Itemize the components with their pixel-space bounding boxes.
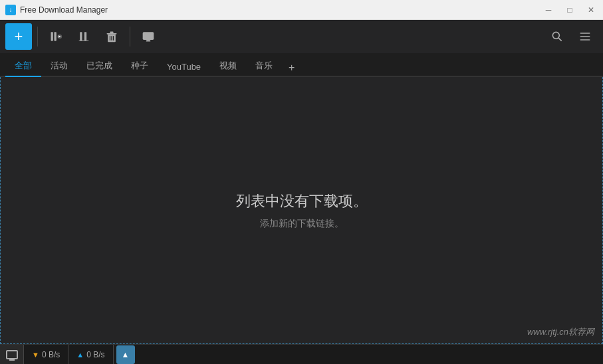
svg-rect-5 [84,32,86,41]
expand-button[interactable]: ▲ [116,345,135,364]
svg-rect-1 [55,32,57,41]
monitor-button[interactable] [0,345,24,365]
svg-line-17 [558,38,562,41]
main-content: 列表中没有下载项。 添加新的下载链接。 www.rjtj.cn软荐网 [0,77,603,344]
watermark: www.rjtj.cn软荐网 [527,326,594,338]
svg-rect-6 [79,40,89,41]
svg-rect-20 [580,39,590,41]
empty-state: 列表中没有下载项。 添加新的下载链接。 [236,191,368,230]
tab-add-button[interactable]: + [282,58,301,77]
title-bar: Free Download Manager ─ □ ✕ [0,0,603,20]
pause-button[interactable] [71,24,96,49]
trash-icon [105,30,118,43]
app-icon [5,5,16,15]
upload-speed-value: 0 B/s [86,350,104,359]
toolbar-divider-1 [37,27,38,46]
resume-icon [49,30,62,43]
title-bar-left: Free Download Manager [5,5,108,15]
toolbar-divider-2 [130,27,130,46]
tab-active[interactable]: 活动 [41,56,77,77]
close-button[interactable]: ✕ [584,3,598,17]
svg-rect-9 [110,32,114,34]
tabs-bar: 全部 活动 已完成 种子 YouTube 视频 音乐 + [0,53,603,77]
monitor-toggle-button[interactable] [136,24,161,49]
svg-rect-19 [580,36,590,37]
tab-torrent[interactable]: 种子 [122,56,158,77]
tab-music[interactable]: 音乐 [246,56,282,77]
monitor-small-icon [6,350,18,359]
tab-all[interactable]: 全部 [5,56,41,77]
pause-icon [77,30,90,43]
title-bar-controls: ─ □ ✕ [542,3,598,17]
download-speed-value: 0 B/s [42,350,60,359]
hamburger-icon [578,30,592,43]
svg-rect-4 [80,32,82,41]
search-icon [550,30,564,43]
maximize-button[interactable]: □ [563,3,576,17]
tab-completed[interactable]: 已完成 [77,56,122,77]
resume-button[interactable] [43,24,68,49]
search-button[interactable] [544,24,570,49]
delete-button[interactable] [99,24,124,49]
add-download-button[interactable]: + [5,23,32,50]
svg-point-16 [552,32,559,39]
download-arrow-icon: ▼ [32,351,39,359]
upload-speed: ▲ 0 B/s [68,345,113,364]
svg-rect-8 [107,33,117,35]
svg-rect-18 [580,33,590,34]
tab-video[interactable]: 视频 [210,56,246,77]
svg-rect-15 [147,39,150,41]
toolbar: + [0,20,603,53]
menu-button[interactable] [572,24,598,49]
tab-youtube[interactable]: YouTube [158,58,210,77]
status-bar: ▼ 0 B/s ▲ 0 B/s ▲ [0,344,603,364]
toolbar-right [544,24,598,49]
svg-rect-14 [146,41,151,42]
empty-subtitle: 添加新的下载链接。 [236,218,368,230]
upload-arrow-icon: ▲ [76,351,84,359]
title-text: Free Download Manager [20,5,108,15]
svg-rect-13 [143,32,154,40]
download-speed: ▼ 0 B/s [24,345,68,364]
minimize-button[interactable]: ─ [542,3,555,17]
monitor-icon [142,30,155,43]
empty-title: 列表中没有下载项。 [236,191,368,211]
svg-rect-0 [51,32,53,41]
